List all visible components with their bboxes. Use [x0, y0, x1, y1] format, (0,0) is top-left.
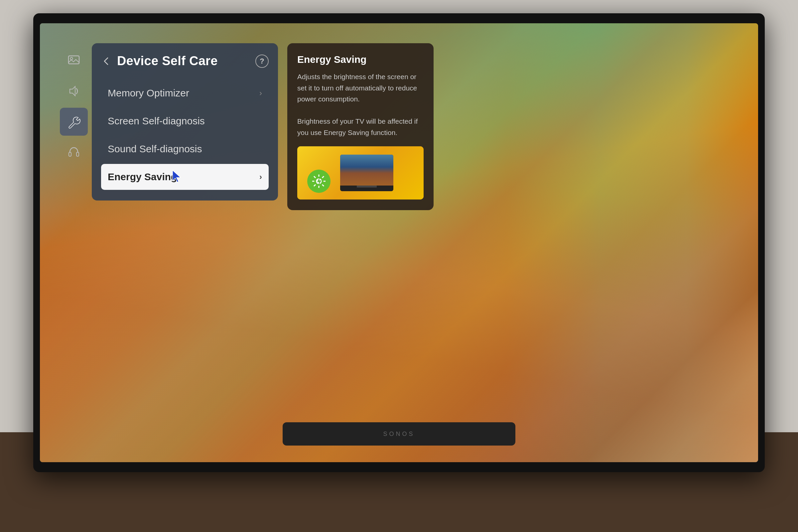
energy-icon — [307, 170, 330, 193]
menu-panel: Device Self Care ? Memory Optimizer › — [92, 43, 278, 201]
soundbar-brand: SONOS — [383, 431, 415, 438]
info-panel-preview — [297, 146, 424, 200]
menu-item-label: Energy Saving — [108, 171, 177, 183]
cursor — [171, 170, 182, 184]
picture-icon — [66, 53, 81, 68]
svg-rect-4 — [76, 152, 79, 156]
menu-item-sound-diagnosis[interactable]: Sound Self-diagnosis — [101, 136, 269, 162]
menu-header: Device Self Care ? — [101, 54, 269, 68]
room-background: Device Self Care ? Memory Optimizer › — [0, 0, 798, 532]
tv-screen: Device Self Care ? Memory Optimizer › — [40, 23, 758, 462]
preview-mini-tv — [340, 155, 393, 191]
sidebar-item-support[interactable] — [60, 138, 88, 166]
menu-item-energy-saving[interactable]: Energy Saving › — [101, 164, 269, 190]
preview-background — [297, 146, 424, 200]
sidebar — [60, 46, 88, 166]
sidebar-item-sound[interactable] — [60, 77, 88, 105]
menu-items-list: Memory Optimizer › Screen Self-diagnosis… — [101, 80, 269, 190]
soundbar: SONOS — [283, 422, 515, 445]
menu-item-label: Sound Self-diagnosis — [108, 143, 202, 155]
menu-item-memory-optimizer[interactable]: Memory Optimizer › — [101, 80, 269, 106]
menu-item-arrow: › — [259, 172, 262, 182]
svg-marker-2 — [70, 87, 75, 96]
wrench-icon — [66, 114, 81, 129]
info-panel-title: Energy Saving — [297, 54, 424, 65]
headset-icon — [66, 145, 81, 159]
menu-title: Device Self Care — [117, 54, 218, 68]
preview-mini-screen — [340, 155, 393, 186]
ui-overlay: Device Self Care ? Memory Optimizer › — [40, 23, 758, 462]
svg-point-1 — [71, 58, 73, 60]
menu-item-screen-diagnosis[interactable]: Screen Self-diagnosis — [101, 108, 269, 134]
sidebar-item-general[interactable] — [60, 108, 88, 136]
help-button[interactable]: ? — [255, 55, 269, 68]
menu-item-arrow: › — [259, 89, 262, 98]
info-panel: Energy Saving Adjusts the brightness of … — [287, 43, 434, 210]
menu-item-label: Memory Optimizer — [108, 88, 189, 99]
menu-item-label: Screen Self-diagnosis — [108, 115, 205, 127]
tv-frame: Device Self Care ? Memory Optimizer › — [33, 13, 765, 472]
svg-rect-0 — [69, 56, 79, 64]
info-panel-description: Adjusts the brightness of the screen or … — [297, 71, 424, 138]
svg-rect-3 — [69, 152, 71, 156]
back-button[interactable] — [101, 56, 112, 66]
lightning-icon — [310, 173, 327, 190]
preview-mini-stand — [357, 186, 377, 188]
menu-header-left: Device Self Care — [101, 54, 218, 68]
svg-marker-16 — [173, 170, 180, 182]
sound-icon — [66, 84, 81, 98]
sidebar-item-picture[interactable] — [60, 46, 88, 75]
